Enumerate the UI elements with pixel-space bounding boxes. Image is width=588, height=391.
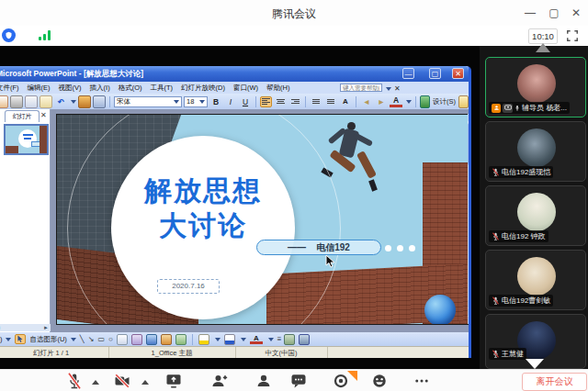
picture-tool-icon[interactable] xyxy=(175,334,187,345)
threed-style-icon[interactable] xyxy=(299,334,310,345)
new-slide-button[interactable]: 新幻灯片(N) xyxy=(470,96,471,107)
font-size-select[interactable]: 18 xyxy=(184,96,208,107)
arrow-tool-icon[interactable]: ↘ xyxy=(88,335,95,343)
menu-tools[interactable]: 工具(T) xyxy=(151,84,174,93)
slide-canvas[interactable]: 解放思想 大讨论 2020.7.16 —— 电信192 xyxy=(56,114,469,325)
italic-button[interactable]: I xyxy=(224,96,237,107)
align-center-button[interactable] xyxy=(274,96,287,107)
slide-thumbnail-1[interactable] xyxy=(4,124,49,155)
menu-window[interactable]: 窗口(W) xyxy=(233,84,258,93)
more-options-button[interactable] xyxy=(413,373,430,389)
textbox-tool-icon[interactable] xyxy=(117,334,128,345)
camera-off-button[interactable] xyxy=(114,373,130,389)
mic-options-icon[interactable] xyxy=(92,380,99,385)
align-right-button[interactable] xyxy=(288,96,301,107)
reactions-button[interactable] xyxy=(371,373,388,389)
participant-tile[interactable]: 电信192 钟政 xyxy=(485,185,586,246)
menu-format[interactable]: 格式(O) xyxy=(119,84,142,93)
participant-tile[interactable]: 电信192曹剑敏 xyxy=(485,250,586,310)
chart-icon[interactable] xyxy=(78,95,91,108)
numbered-list-button[interactable] xyxy=(310,96,322,107)
clipart-tool-icon[interactable] xyxy=(161,334,172,345)
undo-icon[interactable]: ↶ xyxy=(54,96,67,107)
help-question-input[interactable] xyxy=(340,84,382,92)
help-dropdown-icon[interactable] xyxy=(386,87,391,91)
design-button[interactable]: 设计(S) xyxy=(432,96,457,107)
app-title: 腾讯会议 xyxy=(0,6,588,22)
collapse-videos-icon[interactable] xyxy=(536,43,550,52)
decrease-indent-icon[interactable]: ◄ xyxy=(360,96,373,107)
menu-view[interactable]: 视图(V) xyxy=(59,84,82,93)
menu-help[interactable]: 帮助(H) xyxy=(266,84,289,93)
menu-insert[interactable]: 插入(I) xyxy=(90,84,110,93)
share-screen-button[interactable] xyxy=(165,373,182,389)
line-color-icon[interactable] xyxy=(224,334,235,345)
underline-button[interactable]: U xyxy=(239,96,252,107)
participants-button[interactable] xyxy=(255,373,272,389)
font-name-select[interactable]: 宋体 xyxy=(114,96,182,107)
line-tool-icon[interactable]: ╲ xyxy=(80,335,85,343)
ppt-close-button[interactable]: ✕ xyxy=(452,68,464,79)
close-button[interactable]: ✕ xyxy=(566,5,586,21)
pane-close-icon[interactable]: ✕ xyxy=(40,111,47,119)
line-style-icon[interactable]: ≡ xyxy=(277,335,281,343)
select-arrow-button[interactable] xyxy=(15,334,26,344)
mic-muted-button[interactable] xyxy=(66,373,83,389)
diagram-tool-icon[interactable] xyxy=(146,334,157,345)
maximize-button[interactable]: ▢ xyxy=(544,5,564,21)
ppt-maximize-button[interactable]: ▢ xyxy=(429,68,441,79)
participant-tile[interactable]: 辅导员 杨老... xyxy=(485,57,586,117)
increase-indent-icon[interactable]: ► xyxy=(375,96,388,107)
print-icon[interactable] xyxy=(10,95,23,108)
network-signal-icon xyxy=(39,30,51,40)
slide-vertical-scrollbar[interactable]: ▲ ▲ ▼ ▼ xyxy=(468,114,471,324)
autoshapes-button[interactable]: 自选图形(U) xyxy=(29,335,75,344)
prev-slide-icon[interactable]: ▲ xyxy=(468,300,471,307)
scroll-down-icon[interactable]: ▼ xyxy=(468,317,471,324)
meeting-toolbar-top: 10:10 xyxy=(0,26,588,46)
table-icon[interactable] xyxy=(93,95,106,108)
avatar xyxy=(517,257,556,296)
scroll-right-icon[interactable]: ► xyxy=(43,325,49,330)
screen-sharing-icon xyxy=(503,104,513,113)
scroll-up-icon[interactable]: ▲ xyxy=(468,114,471,121)
new-slide-icon xyxy=(458,95,469,108)
menu-file[interactable]: 文件(F) xyxy=(0,84,19,93)
leave-meeting-button[interactable]: 离开会议 xyxy=(522,373,587,391)
fullscreen-icon[interactable] xyxy=(566,29,579,42)
bullet-list-button[interactable] xyxy=(324,96,337,107)
scroll-left-icon[interactable]: ◄ xyxy=(0,325,1,330)
invite-button[interactable] xyxy=(211,373,228,389)
pane-scrollbar[interactable]: ◄ ► xyxy=(0,324,51,331)
menu-slideshow[interactable]: 幻灯片放映(D) xyxy=(181,84,225,93)
draw-menu-button[interactable]: 绘图(R) xyxy=(0,335,11,344)
scroll-thumb[interactable] xyxy=(468,123,471,165)
participant-tile[interactable]: 电信192盛现恺 xyxy=(485,121,586,182)
wordart-tool-icon[interactable] xyxy=(131,334,142,345)
next-slide-icon[interactable]: ▼ xyxy=(468,308,471,316)
draw-font-color-icon[interactable]: A xyxy=(250,334,263,344)
scroll-participants-down-icon[interactable] xyxy=(526,359,544,369)
chat-button[interactable] xyxy=(290,373,307,389)
bold-button[interactable]: B xyxy=(209,96,222,107)
font-color-dropdown-icon[interactable] xyxy=(406,100,412,104)
font-color-button[interactable]: A xyxy=(390,95,402,107)
paste-icon[interactable] xyxy=(40,95,52,108)
align-left-button[interactable] xyxy=(260,96,272,107)
rectangle-tool-icon[interactable]: ▭ xyxy=(97,335,105,343)
copy-icon[interactable] xyxy=(25,95,38,108)
new-doc-icon[interactable] xyxy=(0,95,8,108)
mic-muted-icon xyxy=(492,296,500,305)
oval-tool-icon[interactable]: ○ xyxy=(108,335,113,343)
camera-options-icon[interactable] xyxy=(141,380,149,385)
undo-dropdown-icon[interactable] xyxy=(71,100,76,104)
fill-color-icon[interactable] xyxy=(198,334,209,345)
ppt-minimize-button[interactable]: — xyxy=(402,68,414,79)
help-close-icon[interactable]: ✕ xyxy=(394,84,401,93)
minimize-button[interactable]: — xyxy=(520,5,540,21)
menu-edit[interactable]: 编辑(E) xyxy=(28,84,51,93)
meeting-security-icon[interactable] xyxy=(2,28,16,42)
grow-font-button[interactable]: A xyxy=(339,96,352,107)
slides-tab[interactable]: 幻灯片 xyxy=(5,110,40,122)
shadow-style-icon[interactable] xyxy=(284,334,295,345)
